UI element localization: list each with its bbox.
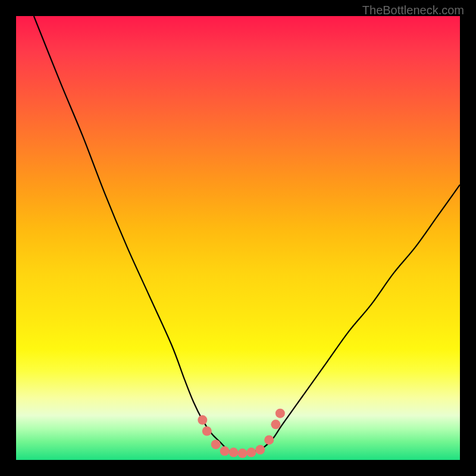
curve-marker <box>275 409 285 418</box>
curve-marker <box>211 440 221 449</box>
curve-marker <box>271 419 280 429</box>
curve-marker <box>237 449 247 458</box>
bottleneck-curve-line <box>34 16 460 453</box>
chart-plot-area <box>16 16 460 460</box>
marker-group <box>198 409 285 458</box>
curve-marker <box>246 447 256 457</box>
curve-marker <box>202 427 212 436</box>
curve-marker <box>255 445 265 455</box>
curve-marker <box>264 435 274 444</box>
curve-marker <box>220 446 230 456</box>
chart-svg <box>16 16 460 460</box>
curve-marker <box>229 447 239 457</box>
watermark-text: TheBottleneck.com <box>362 4 464 17</box>
curve-marker <box>198 415 207 425</box>
